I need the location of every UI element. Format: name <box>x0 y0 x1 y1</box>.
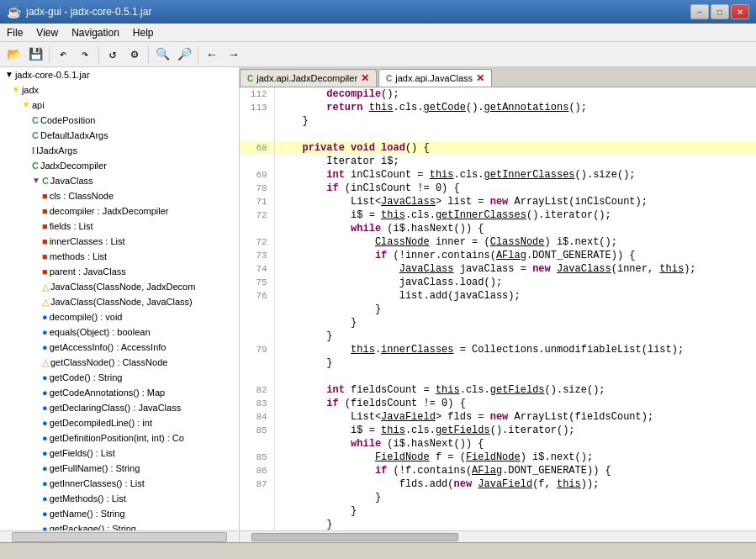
tree-item-label: getClassNode() : ClassNode <box>50 356 167 369</box>
tree-item-label: JavaClass(ClassNode, JadxDecom <box>50 280 195 293</box>
tree-root[interactable]: ▼ jadx-core-0.5.1.jar <box>0 67 239 82</box>
field-icon: ■ <box>42 265 48 278</box>
line-num: 71 <box>240 195 274 208</box>
code-content: javaClass.load(); <box>274 276 756 289</box>
tree-method-getName[interactable]: ● getName() : String <box>0 506 239 521</box>
tree-DefaultJadxArgs[interactable]: C DefaultJadxArgs <box>0 128 239 143</box>
tab-jadx-decompiler[interactable]: C jadx.api.JadxDecompiler ✕ <box>240 69 377 87</box>
tree-field-methods[interactable]: ■ methods : List <box>0 249 239 264</box>
method-icon: ● <box>42 507 48 520</box>
code-line-72b: 72 ClassNode inner = (ClassNode) i$.next… <box>240 235 756 249</box>
tree-method-getClassNode[interactable]: △ getClassNode() : ClassNode <box>0 355 239 370</box>
line-num: 72 <box>240 208 274 222</box>
code-content: list.add(javaClass); <box>274 289 756 303</box>
menu-file[interactable]: File <box>0 25 29 40</box>
code-line-brace4: } <box>240 330 756 343</box>
nav-forward-button[interactable]: → <box>224 45 244 65</box>
find-button[interactable]: 🔎 <box>174 45 194 65</box>
back-button[interactable]: ↶ <box>53 45 73 65</box>
tree-method-getAccessInfo[interactable]: ● getAccessInfo() : AccessInfo <box>0 340 239 355</box>
tree-IJadxArgs[interactable]: I IJadxArgs <box>0 143 239 158</box>
tab1-close-button[interactable]: ✕ <box>361 72 369 84</box>
line-num: 112 <box>240 87 274 101</box>
tab-java-class[interactable]: C jadx.api.JavaClass ✕ <box>378 69 492 87</box>
tree-root-label: jadx-core-0.5.1.jar <box>15 68 90 82</box>
code-content: this.innerClasses = Collections.unmodifi… <box>274 343 756 356</box>
menu-view[interactable]: View <box>29 25 65 40</box>
code-line-112: 112 decompile(); <box>240 87 756 101</box>
line-num <box>240 303 274 316</box>
tree-item-label: getDecompiledLine() : int <box>50 416 152 430</box>
method-icon: △ <box>42 356 49 369</box>
tree-method-getDecompiledLine[interactable]: ● getDecompiledLine() : int <box>0 415 239 430</box>
main-area: ▼ jadx-core-0.5.1.jar ▼ jadx ▼ api C Cod… <box>0 67 756 542</box>
field-icon: ■ <box>42 235 48 248</box>
save-button[interactable]: 💾 <box>25 45 45 65</box>
code-editor[interactable]: 112 decompile(); 113 return this.cls.get… <box>240 87 756 530</box>
line-num <box>240 114 274 128</box>
code-hscroll-thumb[interactable] <box>251 533 458 541</box>
toolbar: 📂 💾 ↶ ↷ ↺ ⚙ 🔍 🔎 ← → <box>0 42 756 67</box>
tree-item-label: getDeclaringClass() : JavaClass <box>50 401 182 414</box>
interface-icon: I <box>32 144 34 157</box>
tab2-close-button[interactable]: ✕ <box>476 72 484 84</box>
maximize-button[interactable]: □ <box>711 4 729 19</box>
tree-api[interactable]: ▼ api <box>0 98 239 113</box>
code-line-72a: 72 i$ = this.cls.getInnerClasses().itera… <box>240 208 756 222</box>
tab2-label: jadx.api.JavaClass <box>395 73 473 83</box>
tree-method-getFields[interactable]: ● getFields() : List <box>0 446 239 461</box>
code-table: 112 decompile(); 113 return this.cls.get… <box>240 87 756 530</box>
tree-field-innerClasses[interactable]: ■ innerClasses : List <box>0 234 239 249</box>
toolbar-separator-3 <box>148 46 149 63</box>
method-icon: ● <box>42 461 48 475</box>
tree-method-getDeclaringClass[interactable]: ● getDeclaringClass() : JavaClass <box>0 400 239 415</box>
line-num <box>240 504 274 518</box>
tree-item-label: getInnerClasses() : List <box>50 477 145 490</box>
settings-button[interactable]: ⚙ <box>124 45 145 65</box>
tree-item-label: getFields() : List <box>50 446 115 460</box>
forward-button[interactable]: ↷ <box>75 45 95 65</box>
collapse-icon: ▼ <box>5 68 13 82</box>
tree-method-getCodeAnnotations[interactable]: ● getCodeAnnotations() : Map <box>0 385 239 400</box>
tree-JavaClass[interactable]: ▼ C JavaClass <box>0 173 239 188</box>
tree-scroll[interactable]: ▼ jadx-core-0.5.1.jar ▼ jadx ▼ api C Cod… <box>0 67 239 530</box>
tree-field-decompiler[interactable]: ■ decompiler : JadxDecompiler <box>0 203 239 219</box>
tree-method-getDefinitionPosition[interactable]: ● getDefinitionPosition(int, int) : Co <box>0 430 239 446</box>
line-num <box>240 356 274 370</box>
code-hscroll[interactable] <box>240 530 756 542</box>
code-line-iter: Iterator i$; <box>240 155 756 168</box>
tree-method-equals[interactable]: ● equals(Object) : boolean <box>0 324 239 340</box>
search-button[interactable]: 🔍 <box>152 45 172 65</box>
code-line-87: 87 flds.add(new JavaField(f, this)); <box>240 477 756 491</box>
minimize-button[interactable]: − <box>690 4 709 19</box>
code-line-82: 82 int fieldsCount = this.cls.getFields(… <box>240 383 756 397</box>
tree-method-getPackage[interactable]: ● getPackage() : String <box>0 521 239 530</box>
tree-method-JavaClass1[interactable]: △ JavaClass(ClassNode, JadxDecom <box>0 279 239 294</box>
tree-method-getFullName[interactable]: ● getFullName() : String <box>0 461 239 476</box>
tab1-icon: C <box>247 74 253 83</box>
nav-back-button[interactable]: ← <box>202 45 222 65</box>
tree-method-getCode[interactable]: ● getCode() : String <box>0 370 239 385</box>
titlebar: ☕ jadx-gui - jadx-core-0.5.1.jar − □ ✕ <box>0 0 756 24</box>
tree-CodePosition[interactable]: C CodePosition <box>0 113 239 128</box>
menu-help[interactable]: Help <box>126 25 161 40</box>
tree-method-decompile[interactable]: ● decompile() : void <box>0 309 239 324</box>
api-folder-icon: ▼ <box>22 98 30 112</box>
tree-hscroll-thumb[interactable] <box>12 532 227 542</box>
tree-field-fields[interactable]: ■ fields : List <box>0 219 239 234</box>
tree-item-label: getDefinitionPosition(int, int) : Co <box>50 431 184 445</box>
tree-field-cls[interactable]: ■ cls : ClassNode <box>0 188 239 203</box>
open-button[interactable]: 📂 <box>3 45 24 65</box>
tree-jadx[interactable]: ▼ jadx <box>0 82 239 98</box>
tree-method-getMethods[interactable]: ● getMethods() : List <box>0 491 239 506</box>
tree-hscroll[interactable] <box>0 530 239 542</box>
menu-navigation[interactable]: Navigation <box>65 25 126 40</box>
tree-field-parent[interactable]: ■ parent : JavaClass <box>0 264 239 279</box>
class-icon: C <box>42 174 49 187</box>
refresh-button[interactable]: ↺ <box>103 45 123 65</box>
tree-method-JavaClass2[interactable]: △ JavaClass(ClassNode, JavaClass) <box>0 294 239 309</box>
tree-method-getInnerClasses[interactable]: ● getInnerClasses() : List <box>0 476 239 491</box>
tree-JadxDecompiler[interactable]: C JadxDecompiler <box>0 158 239 173</box>
code-content: } <box>274 491 756 504</box>
close-button[interactable]: ✕ <box>731 4 749 19</box>
